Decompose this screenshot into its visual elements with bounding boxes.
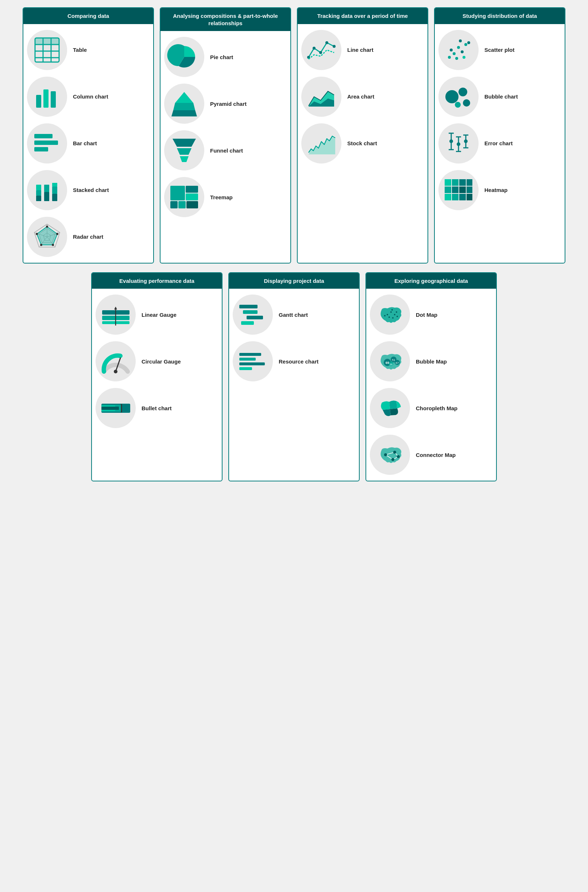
gantt-chart-icon <box>237 302 268 327</box>
svg-point-34 <box>52 244 54 246</box>
category-tracking: Tracking data over a period of time <box>297 7 428 264</box>
list-item: Circular Gauge <box>96 341 218 381</box>
svg-point-62 <box>464 43 467 46</box>
list-item: Pie chart <box>164 37 287 77</box>
list-item: 69 51 67 38 Bubble Map <box>370 341 492 381</box>
resource-chart-label: Resource chart <box>279 358 318 365</box>
svg-rect-46 <box>170 201 178 209</box>
svg-marker-40 <box>172 139 196 147</box>
svg-rect-45 <box>186 194 198 200</box>
category-items-comparing: Table Column chart <box>23 24 153 263</box>
svg-point-116 <box>390 311 392 313</box>
category-items-evaluating: Linear Gauge Circu <box>92 289 222 434</box>
svg-rect-107 <box>239 305 258 308</box>
svg-marker-42 <box>180 156 189 162</box>
svg-rect-108 <box>243 310 258 314</box>
svg-rect-15 <box>36 196 41 201</box>
svg-rect-89 <box>459 186 466 193</box>
bar-chart-icon <box>34 132 60 155</box>
bullet-chart-icon-circle <box>96 388 136 428</box>
svg-rect-112 <box>239 358 256 360</box>
resource-chart-icon-circle <box>233 341 273 381</box>
main-wrapper: Comparing data <box>7 7 581 481</box>
svg-rect-44 <box>186 186 198 193</box>
svg-point-33 <box>56 233 58 235</box>
radar-chart-icon <box>33 222 62 251</box>
list-item: Stacked chart <box>27 170 150 210</box>
pie-chart-label: Pie chart <box>210 53 233 61</box>
list-item: Choropleth Map <box>370 388 492 428</box>
bubble-map-label: Bubble Map <box>416 358 447 365</box>
svg-rect-111 <box>239 353 261 356</box>
list-item: Area chart <box>301 77 424 117</box>
svg-point-63 <box>467 41 470 44</box>
svg-text:69: 69 <box>385 361 389 365</box>
heatmap-icon <box>444 179 473 201</box>
list-item: Gantt chart <box>233 294 355 335</box>
bar-chart-icon-circle <box>27 123 67 164</box>
svg-rect-10 <box>44 89 48 108</box>
svg-rect-9 <box>36 95 41 108</box>
category-items-geographical: Dot Map 69 51 67 <box>366 289 496 481</box>
svg-rect-16 <box>36 190 41 196</box>
svg-point-101 <box>114 370 117 373</box>
choropleth-map-icon <box>375 395 406 421</box>
list-item: Stock chart <box>301 123 424 164</box>
svg-rect-12 <box>34 134 52 138</box>
bubble-map-icon-circle: 69 51 67 38 <box>370 341 410 381</box>
svg-rect-114 <box>239 367 252 370</box>
circular-gauge-icon-circle <box>96 341 136 381</box>
circular-gauge-icon <box>100 348 131 375</box>
category-header-studying: Studying distribution of data <box>435 8 565 24</box>
svg-rect-86 <box>466 179 472 186</box>
connector-map-icon-circle <box>370 435 410 475</box>
bar-chart-label: Bar chart <box>73 140 97 147</box>
svg-point-58 <box>453 52 456 55</box>
svg-point-139 <box>392 458 394 461</box>
svg-rect-19 <box>44 185 49 192</box>
stock-chart-icon-circle <box>301 123 341 164</box>
svg-rect-90 <box>466 186 472 193</box>
dot-map-icon <box>375 302 406 327</box>
svg-point-119 <box>388 317 390 318</box>
category-studying: Studying distribution of data <box>434 7 566 264</box>
pyramid-chart-icon <box>170 90 199 117</box>
svg-rect-14 <box>34 147 48 152</box>
svg-point-52 <box>326 41 328 44</box>
svg-point-120 <box>384 315 386 317</box>
list-item: Bubble chart <box>438 77 561 117</box>
list-item: Linear Gauge <box>96 294 218 335</box>
category-header-analysing: Analysing compositions & part-to-whole r… <box>160 8 290 31</box>
bubble-chart-icon <box>444 83 473 110</box>
svg-point-59 <box>450 48 453 51</box>
stacked-chart-label: Stacked chart <box>73 186 109 194</box>
svg-rect-92 <box>452 194 459 200</box>
svg-point-118 <box>392 317 394 318</box>
choropleth-map-label: Choropleth Map <box>416 404 458 412</box>
svg-rect-6 <box>35 38 43 45</box>
top-row: Comparing data <box>22 7 566 264</box>
svg-rect-7 <box>43 38 51 45</box>
category-header-comparing: Comparing data <box>23 8 153 24</box>
linear-gauge-label: Linear Gauge <box>141 311 177 318</box>
list-item: Column chart <box>27 77 150 117</box>
svg-rect-105 <box>101 407 119 410</box>
scatter-plot-icon-circle <box>438 30 478 70</box>
list-item: Radar chart <box>27 217 150 257</box>
list-item: Funnel chart <box>164 130 287 170</box>
category-header-tracking: Tracking data over a period of time <box>298 8 428 24</box>
line-chart-label: Line chart <box>347 46 374 54</box>
column-chart-label: Column chart <box>73 93 108 101</box>
category-geographical: Exploring geographical data <box>366 272 497 482</box>
svg-marker-39 <box>171 110 197 116</box>
heatmap-label: Heatmap <box>484 186 507 194</box>
category-header-evaluating: Evaluating performance data <box>92 273 222 289</box>
dot-map-label: Dot Map <box>416 311 437 318</box>
pie-chart-icon <box>170 42 199 72</box>
linear-gauge-icon-circle <box>96 294 136 335</box>
svg-text:38: 38 <box>390 363 393 366</box>
bullet-chart-icon <box>100 400 131 416</box>
radar-chart-icon-circle <box>27 217 67 257</box>
svg-point-115 <box>387 314 388 315</box>
svg-marker-37 <box>175 92 194 103</box>
